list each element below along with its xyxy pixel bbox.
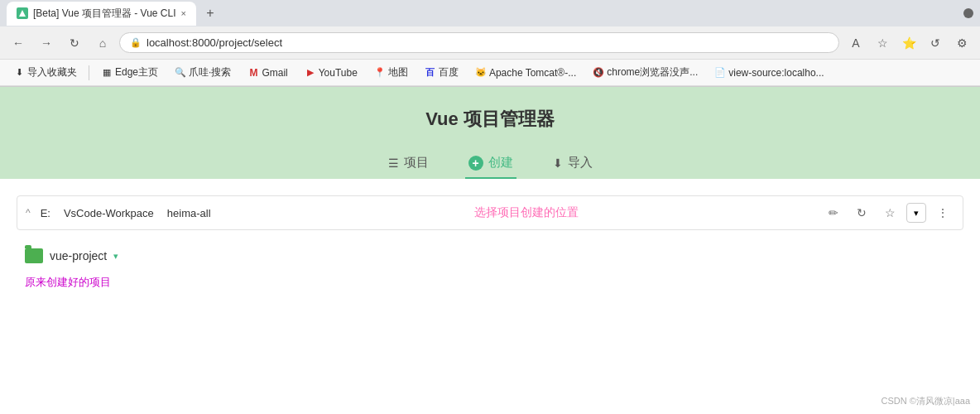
import-bookmarks-icon: ⬇ [13, 67, 25, 79]
path-hint: 选择项目创建的位置 [238, 205, 815, 220]
chrome-nosound-icon: 🔇 [593, 67, 604, 79]
refresh-button[interactable]: ↻ [63, 31, 86, 55]
maps-icon: 📍 [374, 67, 386, 79]
browser-chrome: [Beta] Vue 项目管理器 - Vue CLI × + ← → ↻ ⌂ 🔒… [0, 0, 980, 87]
tab-label: [Beta] Vue 项目管理器 - Vue CLI [33, 7, 176, 21]
path-edit-button[interactable]: ✏ [822, 201, 845, 224]
bookmark-item-viewsource[interactable]: 📄 view-source:localho... [708, 65, 830, 80]
bookmark-item-import[interactable]: ⬇ 导入收藏夹 [7, 64, 84, 81]
app-content: ^ E: VsCode-Workpace heima-all 选择项目创建的位置… [0, 179, 980, 414]
refresh-icon: ↻ [70, 36, 79, 50]
extensions-button[interactable]: ⚙ [950, 31, 973, 55]
folder-chevron-icon: ▾ [113, 251, 118, 262]
address-bar[interactable]: 🔒 localhost:8000/project/select [119, 32, 839, 53]
create-tab-icon: + [468, 156, 483, 171]
back-button[interactable]: ← [7, 31, 30, 55]
path-refresh-button[interactable]: ↻ [850, 201, 873, 224]
path-segment-drive[interactable]: E: [37, 207, 54, 219]
bookmark-item-search[interactable]: 🔍 爪哇·搜索 [168, 64, 238, 81]
forward-icon: → [41, 36, 52, 50]
star-path-icon: ☆ [885, 206, 896, 219]
home-icon: ⌂ [99, 36, 106, 50]
browser-toolbar: ← → ↻ ⌂ 🔒 localhost:8000/project/select … [0, 26, 980, 60]
app-nav: ☰ 项目 + 创建 ⬇ 导入 [17, 148, 963, 179]
reader-mode-button[interactable]: A [844, 31, 867, 55]
gmail-icon: M [247, 67, 259, 79]
path-segment-workspace[interactable]: VsCode-Workpace [60, 207, 157, 219]
tab-create-label: 创建 [488, 155, 513, 171]
star-empty-icon: ☆ [877, 36, 888, 50]
youtube-icon: ▶ [305, 67, 316, 79]
path-collapse-arrow[interactable]: ^ [26, 207, 31, 219]
window-minimize-button[interactable] [963, 8, 973, 18]
search-icon: 🔍 [175, 67, 186, 79]
history-icon: ↺ [930, 36, 940, 50]
tab-favicon [17, 7, 28, 19]
watermark: CSDN ©清风微凉|aaa [881, 395, 970, 407]
import-tab-icon: ⬇ [553, 156, 563, 170]
bookmark-item-youtube[interactable]: ▶ YouTube [298, 65, 364, 80]
home-button[interactable]: ⌂ [91, 31, 114, 55]
viewsource-icon: 📄 [714, 67, 726, 79]
tab-import[interactable]: ⬇ 导入 [550, 148, 596, 179]
browser-titlebar: [Beta] Vue 项目管理器 - Vue CLI × + [0, 0, 980, 26]
collections-button[interactable]: ⭐ [897, 31, 920, 55]
app-header: Vue 项目管理器 ☰ 项目 + 创建 ⬇ 导入 [0, 87, 980, 179]
path-actions: ✏ ↻ ☆ ▾ ⋮ [822, 201, 954, 224]
bookmark-label: Edge主页 [115, 65, 158, 79]
window-controls [963, 8, 973, 18]
baidu-icon: 百 [425, 67, 436, 79]
bookmarks-bar: ⬇ 导入收藏夹 ▦ Edge主页 🔍 爪哇·搜索 M Gmail ▶ YouTu… [0, 60, 980, 86]
bookmark-item-baidu[interactable]: 百 百度 [418, 64, 465, 81]
edit-icon: ✏ [829, 206, 838, 219]
bookmark-label: 地图 [388, 65, 408, 79]
refresh-path-icon: ↻ [857, 206, 867, 219]
bookmark-label: Apache Tomcat®-... [489, 67, 576, 79]
bookmark-item-edge-home[interactable]: ▦ Edge主页 [94, 64, 165, 81]
lock-icon: 🔒 [130, 37, 142, 48]
forward-button[interactable]: → [35, 31, 58, 55]
tomcat-icon: 🐱 [475, 67, 487, 79]
folder-icon [25, 248, 43, 263]
tab-projects-label: 项目 [404, 155, 429, 171]
more-icon: ⋮ [937, 206, 949, 219]
edge-home-icon: ▦ [101, 67, 113, 79]
new-tab-button[interactable]: + [199, 2, 221, 24]
bookmark-label: 导入收藏夹 [27, 65, 77, 79]
tab-projects[interactable]: ☰ 项目 [385, 148, 432, 179]
back-icon: ← [12, 36, 24, 50]
history-button[interactable]: ↺ [924, 31, 947, 55]
path-favorite-button[interactable]: ☆ [878, 201, 901, 224]
tab-import-label: 导入 [568, 155, 593, 171]
tab-create[interactable]: + 创建 [465, 148, 516, 179]
bookmark-item-gmail[interactable]: M Gmail [241, 65, 294, 80]
bookmark-label: view-source:localho... [728, 67, 824, 79]
favorites-button[interactable]: ☆ [871, 31, 894, 55]
url-display: localhost:8000/project/select [147, 36, 829, 49]
extensions-icon: ⚙ [957, 36, 968, 50]
bookmark-divider [89, 65, 89, 80]
path-dropdown-button[interactable]: ▾ [906, 203, 926, 223]
path-bar: ^ E: VsCode-Workpace heima-all 选择项目创建的位置… [17, 195, 963, 230]
folder-name: vue-project [50, 249, 107, 262]
tab-close-button[interactable]: × [181, 8, 186, 18]
projects-tab-icon: ☰ [388, 156, 399, 170]
bookmark-item-tomcat[interactable]: 🐱 Apache Tomcat®-... [468, 65, 583, 80]
annotation-text: 原来创建好的项目 [17, 268, 963, 296]
browser-tab[interactable]: [Beta] Vue 项目管理器 - Vue CLI × [7, 2, 196, 26]
bookmark-item-maps[interactable]: 📍 地图 [368, 64, 415, 81]
bookmark-label: chrome浏览器没声... [607, 65, 698, 79]
chevron-down-icon: ▾ [914, 208, 919, 219]
bookmark-label: Gmail [262, 67, 287, 79]
path-more-button[interactable]: ⋮ [931, 201, 954, 224]
app-title: Vue 项目管理器 [17, 107, 963, 132]
folder-item-vue-project[interactable]: vue-project ▾ [17, 243, 963, 268]
collections-icon: ⭐ [902, 36, 916, 50]
path-segment-folder[interactable]: heima-all [164, 207, 214, 219]
bookmark-item-chrome-nosound[interactable]: 🔇 chrome浏览器没声... [586, 64, 704, 81]
bookmark-label: 爪哇·搜索 [189, 65, 231, 79]
bookmark-label: 百度 [439, 65, 459, 79]
svg-marker-0 [19, 10, 26, 17]
toolbar-right-icons: A ☆ ⭐ ↺ ⚙ [844, 31, 973, 55]
bookmark-label: YouTube [319, 67, 358, 79]
